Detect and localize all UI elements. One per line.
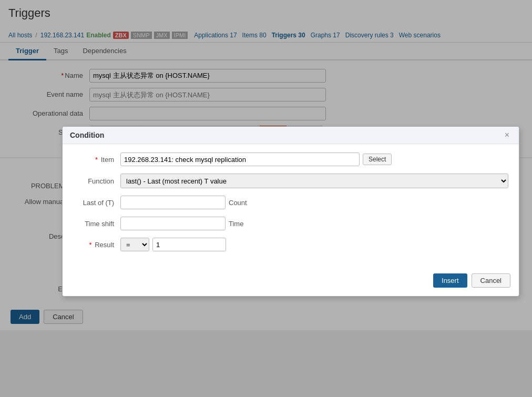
- insert-button[interactable]: Insert: [433, 273, 467, 288]
- condition-modal: Condition × * Item Select Function: [62, 126, 519, 297]
- item-input[interactable]: [120, 152, 360, 166]
- last-of-input[interactable]: [120, 196, 226, 209]
- select-button[interactable]: Select: [363, 154, 392, 165]
- time-shift-input[interactable]: [120, 217, 226, 230]
- modal-function-label: Function: [73, 177, 120, 185]
- modal-function-row: Function last() - Last (most recent) T v…: [73, 174, 508, 188]
- result-value-input[interactable]: [152, 238, 226, 251]
- modal-last-of-label: Last of (T): [73, 199, 120, 207]
- count-label: Count: [229, 199, 247, 207]
- modal-time-shift-row: Time shift Time: [73, 217, 508, 230]
- modal-result-row: * Result = <> > >= < <=: [73, 238, 508, 251]
- modal-last-of-row: Last of (T) Count: [73, 196, 508, 209]
- modal-item-row: * Item Select: [73, 152, 508, 166]
- modal-overlay: Condition × * Item Select Function: [0, 0, 532, 330]
- modal-cancel-button[interactable]: Cancel: [472, 273, 510, 288]
- modal-result-label: * Result: [73, 241, 120, 249]
- function-select[interactable]: last() - Last (most recent) T value avg(…: [120, 174, 508, 188]
- modal-title: Condition: [70, 131, 104, 139]
- result-op-select[interactable]: = <> > >= < <=: [120, 238, 149, 251]
- modal-item-label: * Item: [73, 156, 120, 164]
- modal-time-shift-label: Time shift: [73, 220, 120, 228]
- item-input-row: Select: [120, 152, 392, 166]
- modal-footer: Insert Cancel: [63, 269, 519, 296]
- time-label: Time: [229, 220, 243, 228]
- modal-body: * Item Select Function last() - Last (mo…: [63, 144, 519, 269]
- modal-header: Condition ×: [63, 127, 519, 144]
- result-row: = <> > >= < <=: [120, 238, 226, 251]
- modal-close-button[interactable]: ×: [503, 131, 511, 139]
